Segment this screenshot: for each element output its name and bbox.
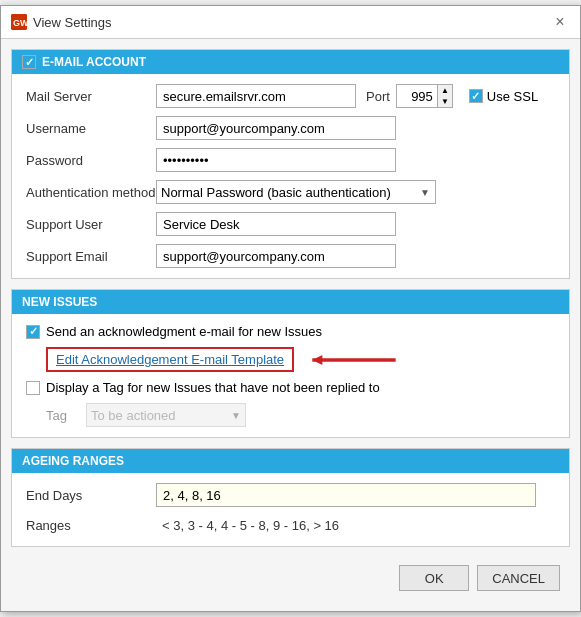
new-issues-header: NEW ISSUES [12, 290, 569, 314]
use-ssl-label: Use SSL [487, 89, 538, 104]
tag-checkbox[interactable] [26, 381, 40, 395]
mail-server-label: Mail Server [26, 89, 156, 104]
password-input[interactable] [156, 148, 396, 172]
tag-checkbox-row: Display a Tag for new Issues that have n… [26, 380, 555, 395]
support-user-row: Support User [26, 212, 555, 236]
ageing-ranges-header: AGEING RANGES [12, 449, 569, 473]
ack-checkbox[interactable] [26, 325, 40, 339]
support-email-input[interactable] [156, 244, 396, 268]
port-label: Port [366, 89, 390, 104]
username-label: Username [26, 121, 156, 136]
arrow-indicator [304, 348, 404, 372]
port-down-button[interactable]: ▼ [438, 96, 452, 107]
tag-field-label: Tag [46, 408, 76, 423]
title-bar-left: GW View Settings [11, 14, 112, 30]
mail-server-row: Mail Server Port ▲ ▼ [26, 84, 555, 108]
ok-button[interactable]: OK [399, 565, 469, 591]
template-link-wrap: Edit Acknowledgement E-mail Template [46, 347, 294, 372]
ageing-ranges-body: End Days Ranges < 3, 3 - 4, 4 - 5 - 8, 9… [12, 473, 569, 546]
auth-method-select-wrap: Normal Password (basic authentication) [156, 180, 436, 204]
email-account-header: E-MAIL ACCOUNT [12, 50, 569, 74]
svg-marker-3 [312, 355, 322, 365]
ack-label: Send an acknowledgment e-mail for new Is… [46, 324, 322, 339]
end-days-input[interactable] [156, 483, 536, 507]
arrow-icon [304, 348, 404, 372]
template-link-row: Edit Acknowledgement E-mail Template [26, 347, 555, 372]
ssl-group: Use SSL [469, 89, 538, 104]
ageing-ranges-section: AGEING RANGES End Days Ranges < 3, 3 - 4… [11, 448, 570, 547]
support-user-label: Support User [26, 217, 156, 232]
email-account-section: E-MAIL ACCOUNT Mail Server Port ▲ ▼ [11, 49, 570, 279]
auth-method-row: Authentication method Normal Password (b… [26, 180, 555, 204]
tag-select[interactable]: To be actioned [86, 403, 246, 427]
tag-label: Display a Tag for new Issues that have n… [46, 380, 380, 395]
content-area: E-MAIL ACCOUNT Mail Server Port ▲ ▼ [1, 39, 580, 611]
use-ssl-checkbox[interactable] [469, 89, 483, 103]
new-issues-title: NEW ISSUES [22, 295, 97, 309]
tag-select-wrap: To be actioned [86, 403, 246, 427]
title-bar: GW View Settings × [1, 6, 580, 39]
view-settings-window: GW View Settings × E-MAIL ACCOUNT Mail S… [0, 5, 581, 612]
auth-method-label: Authentication method [26, 185, 156, 200]
template-link[interactable]: Edit Acknowledgement E-mail Template [56, 352, 284, 367]
email-account-body: Mail Server Port ▲ ▼ [12, 74, 569, 278]
cancel-button[interactable]: CANCEL [477, 565, 560, 591]
footer: OK CANCEL [11, 557, 570, 601]
ack-checkbox-row: Send an acknowledgment e-mail for new Is… [26, 324, 555, 339]
password-label: Password [26, 153, 156, 168]
new-issues-body: Send an acknowledgment e-mail for new Is… [12, 314, 569, 437]
port-up-button[interactable]: ▲ [438, 85, 452, 96]
close-button[interactable]: × [550, 12, 570, 32]
port-group: Port ▲ ▼ Use SSL [366, 84, 538, 108]
email-account-title: E-MAIL ACCOUNT [42, 55, 146, 69]
ageing-ranges-title: AGEING RANGES [22, 454, 124, 468]
ranges-label: Ranges [26, 518, 156, 533]
support-email-label: Support Email [26, 249, 156, 264]
support-user-input[interactable] [156, 212, 396, 236]
username-input[interactable] [156, 116, 396, 140]
end-days-row: End Days [26, 483, 555, 507]
port-input-wrap: ▲ ▼ [396, 84, 453, 108]
end-days-label: End Days [26, 488, 156, 503]
password-row: Password [26, 148, 555, 172]
app-icon: GW [11, 14, 27, 30]
email-account-checkbox[interactable] [22, 55, 36, 69]
svg-text:GW: GW [13, 18, 27, 28]
username-row: Username [26, 116, 555, 140]
new-issues-section: NEW ISSUES Send an acknowledgment e-mail… [11, 289, 570, 438]
ranges-row: Ranges < 3, 3 - 4, 4 - 5 - 8, 9 - 16, > … [26, 515, 555, 536]
ranges-value: < 3, 3 - 4, 4 - 5 - 8, 9 - 16, > 16 [156, 515, 345, 536]
support-email-row: Support Email [26, 244, 555, 268]
window-title: View Settings [33, 15, 112, 30]
tag-field-row: Tag To be actioned [26, 403, 555, 427]
mail-server-input[interactable] [156, 84, 356, 108]
port-input[interactable] [397, 85, 437, 107]
port-spinners: ▲ ▼ [437, 85, 452, 107]
auth-method-select[interactable]: Normal Password (basic authentication) [156, 180, 436, 204]
